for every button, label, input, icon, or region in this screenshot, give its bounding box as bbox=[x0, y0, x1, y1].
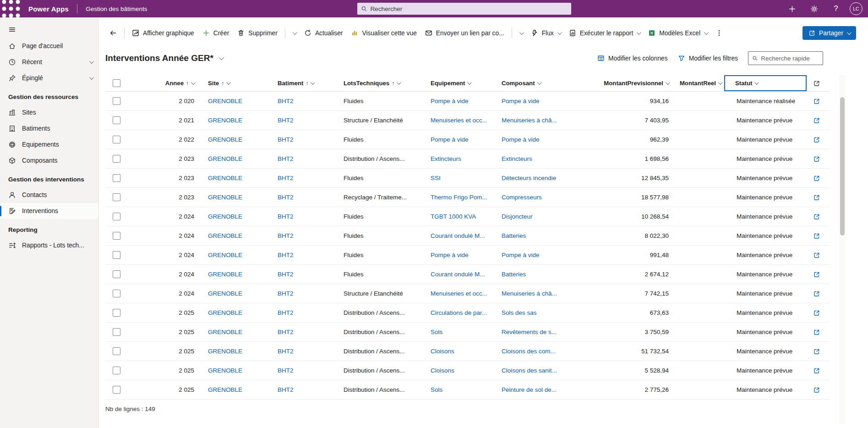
scrollbar-thumb[interactable] bbox=[840, 97, 845, 236]
brand-title[interactable]: Power Apps bbox=[28, 5, 69, 13]
row-checkbox[interactable] bbox=[113, 155, 120, 163]
row-checkbox[interactable] bbox=[113, 116, 120, 124]
sidebar-item-page-d-accueil[interactable]: Page d'accueil bbox=[0, 38, 98, 54]
equipement-link[interactable]: Sols bbox=[431, 386, 442, 393]
row-checkbox[interactable] bbox=[113, 193, 120, 201]
batiment-link[interactable]: BHT2 bbox=[278, 386, 294, 393]
share-button[interactable]: Partager bbox=[802, 26, 856, 40]
sidebar-item-sites[interactable]: Sites bbox=[0, 104, 98, 121]
site-link[interactable]: GRENOBLE bbox=[208, 290, 242, 297]
create-button[interactable]: Créer bbox=[198, 25, 234, 41]
batiment-link[interactable]: BHT2 bbox=[278, 136, 294, 143]
row-checkbox[interactable] bbox=[113, 174, 120, 182]
global-search[interactable] bbox=[357, 3, 571, 15]
back-button[interactable] bbox=[105, 25, 121, 41]
sidebar-item-batiments[interactable]: Batiments bbox=[0, 121, 98, 137]
open-record-button[interactable] bbox=[813, 213, 820, 220]
composant-link[interactable]: Batteries bbox=[502, 232, 526, 239]
open-record-button[interactable] bbox=[813, 194, 820, 201]
gear-icon[interactable] bbox=[806, 0, 822, 17]
batiment-link[interactable]: BHT2 bbox=[278, 98, 294, 104]
new-plus-icon[interactable] bbox=[784, 0, 800, 17]
composant-link[interactable]: Compresseurs bbox=[502, 194, 542, 201]
equipement-link[interactable]: Extincteurs bbox=[431, 155, 461, 162]
visualize-view-button[interactable]: Visualiser cette vue bbox=[347, 25, 420, 41]
batiment-link[interactable]: BHT2 bbox=[278, 329, 294, 335]
site-link[interactable]: GRENOBLE bbox=[208, 329, 242, 335]
row-checkbox[interactable] bbox=[113, 386, 120, 394]
composant-link[interactable]: Pompe à vide bbox=[502, 252, 540, 258]
help-icon[interactable]: ? bbox=[828, 0, 844, 17]
batiment-link[interactable]: BHT2 bbox=[278, 309, 294, 316]
row-checkbox[interactable] bbox=[113, 270, 120, 278]
more-commands-button[interactable] bbox=[711, 25, 727, 41]
row-checkbox[interactable] bbox=[113, 328, 120, 336]
batiment-link[interactable]: BHT2 bbox=[278, 348, 294, 355]
open-record-button[interactable] bbox=[813, 309, 820, 317]
open-record-button[interactable] bbox=[813, 117, 820, 124]
sidebar-item-equipements[interactable]: Equipements bbox=[0, 137, 98, 153]
composant-link[interactable]: Revêtements de s... bbox=[502, 329, 557, 335]
app-name[interactable]: Gestion des bâtiments bbox=[86, 5, 147, 12]
sidebar-item-rapports-lots-tech[interactable]: Rapports - Lots tech... bbox=[0, 237, 98, 253]
row-checkbox[interactable] bbox=[113, 290, 120, 297]
equipement-link[interactable]: Courant ondulé M... bbox=[431, 232, 485, 239]
edit-columns-button[interactable]: Modifier les colonnes bbox=[597, 55, 668, 62]
batiment-link[interactable]: BHT2 bbox=[278, 194, 294, 201]
select-all-checkbox[interactable] bbox=[113, 79, 120, 87]
row-checkbox[interactable] bbox=[113, 367, 120, 374]
batiment-link[interactable]: BHT2 bbox=[278, 175, 294, 181]
column-header-composant[interactable]: Composant bbox=[491, 75, 578, 91]
run-report-button[interactable]: Exécuter le rapport bbox=[565, 25, 644, 41]
global-search-input[interactable] bbox=[370, 5, 568, 12]
equipement-link[interactable]: Menuiseries et occ... bbox=[431, 117, 487, 124]
composant-link[interactable]: Menuiseries à châ... bbox=[502, 117, 557, 124]
composant-link[interactable]: Peinture de sol de... bbox=[502, 386, 557, 393]
equipement-link[interactable]: Courant ondulé M... bbox=[431, 271, 485, 278]
sidebar-item-epingle[interactable]: Épinglé bbox=[0, 70, 98, 86]
composant-link[interactable]: Batteries bbox=[502, 271, 526, 278]
equipement-link[interactable]: Circulations de par... bbox=[431, 309, 487, 316]
composant-link[interactable]: Détecteurs incendie bbox=[502, 175, 556, 181]
open-record-button[interactable] bbox=[813, 155, 820, 163]
quick-search-input[interactable] bbox=[761, 55, 819, 62]
composant-link[interactable]: Sols des sas bbox=[502, 309, 537, 316]
open-record-button[interactable] bbox=[813, 290, 820, 297]
row-checkbox[interactable] bbox=[113, 213, 120, 220]
open-record-button[interactable] bbox=[813, 386, 820, 394]
row-checkbox[interactable] bbox=[113, 136, 120, 143]
sidebar-item-interventions[interactable]: Interventions bbox=[0, 203, 98, 219]
column-header-site[interactable]: Site↑ bbox=[197, 75, 267, 91]
site-link[interactable]: GRENOBLE bbox=[208, 386, 242, 393]
site-link[interactable]: GRENOBLE bbox=[208, 136, 242, 143]
equipement-link[interactable]: Cloisons bbox=[431, 348, 454, 355]
batiment-link[interactable]: BHT2 bbox=[278, 155, 294, 162]
flow-button[interactable]: Flux bbox=[527, 25, 565, 41]
open-record-button[interactable] bbox=[813, 348, 820, 355]
quick-search[interactable] bbox=[748, 51, 823, 65]
refresh-button[interactable]: Actualiser bbox=[300, 25, 347, 41]
batiment-link[interactable]: BHT2 bbox=[278, 367, 294, 374]
composant-link[interactable]: Cloisons des sanit... bbox=[502, 367, 557, 374]
open-record-button[interactable] bbox=[813, 98, 820, 105]
open-record-button[interactable] bbox=[813, 367, 820, 374]
batiment-link[interactable]: BHT2 bbox=[278, 117, 294, 124]
site-link[interactable]: GRENOBLE bbox=[208, 252, 242, 258]
site-link[interactable]: GRENOBLE bbox=[208, 175, 242, 181]
open-record-button[interactable] bbox=[813, 136, 820, 143]
composant-link[interactable]: Pompe à vide bbox=[502, 98, 540, 104]
equipement-link[interactable]: SSI bbox=[431, 175, 441, 181]
equipement-link[interactable]: Cloisons bbox=[431, 367, 454, 374]
composant-link[interactable]: Cloisons des com... bbox=[502, 348, 556, 355]
email-overflow-button[interactable] bbox=[515, 25, 527, 41]
column-header-montant_reel[interactable]: MontantReel bbox=[671, 75, 724, 91]
column-header-statut[interactable]: Statut bbox=[724, 75, 807, 91]
site-link[interactable]: GRENOBLE bbox=[208, 213, 242, 220]
batiment-link[interactable]: BHT2 bbox=[278, 271, 294, 278]
batiment-link[interactable]: BHT2 bbox=[278, 290, 294, 297]
column-header-montant_previsionnel[interactable]: MontantPrevisionnel bbox=[578, 75, 671, 91]
equipement-link[interactable]: Menuiseries et occ... bbox=[431, 290, 487, 297]
batiment-link[interactable]: BHT2 bbox=[278, 252, 294, 258]
equipement-link[interactable]: Pompe à vide bbox=[431, 136, 469, 143]
equipement-link[interactable]: Pompe à vide bbox=[431, 98, 469, 104]
